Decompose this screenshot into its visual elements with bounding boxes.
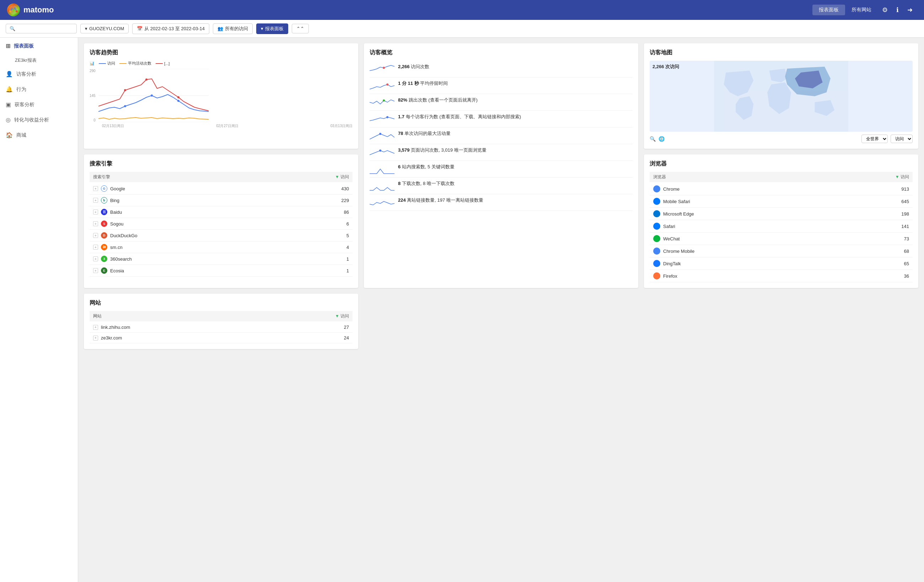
overview-item-maxactions: 78 单次访问的最大活动量 — [370, 127, 633, 144]
legend-avg: 平均活动次数 — [119, 61, 152, 66]
visitor-trend-title: 访客趋势图 — [89, 49, 353, 56]
overview-item-pageviews: 3,579 页面访问次数, 3,019 唯一页面浏览量 — [370, 144, 633, 161]
segment-label: 所有的访问 — [225, 26, 248, 32]
legend-other: [...] — [156, 61, 170, 66]
sidebar-item-dashboard[interactable]: ⊞ 报表面板 — [0, 38, 78, 54]
sidebar-item-shop[interactable]: 🏠 商城 — [0, 127, 78, 143]
visits-number: 2,266 — [398, 64, 410, 69]
search-row-expand[interactable]: + — [93, 209, 98, 214]
search-row-expand[interactable]: + — [93, 198, 98, 203]
sidebar-conversion-label: 转化与收益分析 — [14, 117, 49, 123]
browser-name: Microsoft Edge — [663, 211, 694, 217]
browser-svg-icon — [653, 185, 660, 192]
sidebar-item-behavior[interactable]: 🔔 行为 — [0, 82, 78, 97]
website-col-label: 网站 — [93, 313, 102, 319]
search-row-expand[interactable]: + — [93, 221, 98, 226]
search-row-left: + 百 Baidu — [93, 209, 122, 215]
visitor-overview-card: 访客概览 2,266 访问次数 1 分 11 秒 — [364, 43, 638, 288]
main-layout: ⊞ 报表面板 ZE3kr报表 👤 访客分析 🔔 行为 ▣ 获客分析 ◎ 转化与收… — [0, 38, 924, 582]
website-table-header: 网站 ▼ 访问 — [89, 311, 353, 321]
browser-name: Chrome Mobile — [663, 248, 695, 254]
search-engine-icon: S — [101, 220, 107, 227]
search-engine-name: Bing — [110, 198, 119, 203]
search-row-expand[interactable]: + — [93, 245, 98, 250]
browser-name: Chrome — [663, 186, 680, 192]
legend-other-label: [...] — [164, 61, 170, 66]
x-axis: 02月13日周日 02月27日周日 03月13日周日 — [89, 123, 353, 128]
search-input[interactable]: 🔍 — [6, 24, 77, 33]
website-name: link.zhihu.com — [101, 325, 130, 330]
search-engine-icon: 3 — [101, 256, 107, 262]
search-row-expand[interactable]: + — [93, 268, 98, 273]
site-selector[interactable]: ▾ GUOZEYU.COM — [80, 24, 129, 33]
search-number: 6 — [398, 164, 401, 169]
map-controls: 🔍 🌐 全世界 访问 — [650, 135, 912, 143]
sidebar-item-acquisition[interactable]: ▣ 获客分析 — [0, 97, 78, 112]
search-row-expand[interactable]: + — [93, 256, 98, 261]
search-row-left: + G Google — [93, 185, 125, 192]
search-row-left: + D DuckDuckGo — [93, 232, 137, 238]
logo-icon — [7, 3, 20, 16]
website-card: 网站 网站 ▼ 访问 + link.zhihu.com 27 + ze3kr.c… — [84, 294, 358, 349]
sparkline-dot — [383, 67, 385, 69]
collapse-button[interactable]: ⌃⌃ — [292, 24, 309, 33]
globe-icon[interactable]: 🌐 — [658, 136, 665, 142]
search-engine-name: Baidu — [110, 209, 122, 215]
browser-icon — [653, 272, 660, 279]
search-row-expand[interactable]: + — [93, 233, 98, 238]
shop-icon: 🏠 — [6, 132, 13, 138]
filter-icon: ▼ — [335, 174, 339, 179]
search-row-expand[interactable]: + — [93, 186, 98, 191]
maxactions-number: 78 — [398, 131, 403, 136]
overview-item-actions: 1.7 每个访客行为数 (查看页面、下载、离站链接和内部搜索) — [370, 111, 633, 127]
website-row-expand[interactable]: + — [93, 325, 98, 330]
sidebar-item-visitor[interactable]: 👤 访客分析 — [0, 66, 78, 82]
svg-point-15 — [655, 224, 658, 228]
sidebar-visitor-label: 访客分析 — [16, 71, 36, 77]
browser-value: 645 — [901, 199, 909, 204]
sparkline-dot5 — [379, 133, 381, 135]
nav-all-sites[interactable]: 所有网站 — [845, 5, 878, 15]
dot-3 — [177, 100, 180, 102]
toolbar: 🔍 ▾ GUOZEYU.COM 📅 从 2022-02-13 至 2022-03… — [0, 20, 924, 38]
dashboard-button[interactable]: ▾ 报表面板 — [256, 23, 288, 34]
browser-svg-icon — [653, 272, 660, 279]
search-row-left: + 神 sm.cn — [93, 244, 123, 250]
browser-svg-icon — [653, 198, 660, 205]
search-row-left: + E Ecosia — [93, 267, 124, 274]
zoom-icon[interactable]: 🔍 — [650, 136, 656, 142]
overview-value-maxactions: 78 单次访问的最大活动量 — [398, 130, 450, 137]
metric-select[interactable]: 访问 — [891, 135, 912, 143]
chart-icon: 📊 — [89, 61, 94, 66]
settings-icon[interactable]: ⚙ — [878, 4, 892, 16]
legend-other-dot — [156, 63, 163, 64]
browser-value: 36 — [904, 273, 909, 279]
website-row-left: + ze3kr.com — [93, 335, 122, 340]
browser-row-left: DingTalk — [653, 260, 681, 267]
search-engine-value: 229 — [341, 198, 349, 203]
sidebar-item-conversion[interactable]: ◎ 转化与收益分析 — [0, 112, 78, 127]
segment-selector[interactable]: 👥 所有的访问 — [213, 23, 252, 34]
logout-icon[interactable]: ➜ — [903, 4, 917, 16]
region-select[interactable]: 全世界 — [861, 135, 888, 143]
y-label-top: 290 — [89, 69, 96, 73]
browser-row-left: WeChat — [653, 235, 680, 242]
website-row-expand[interactable]: + — [93, 335, 98, 340]
nav-dashboard[interactable]: 报表面板 — [812, 5, 845, 15]
sidebar-sub-ze3kr[interactable]: ZE3kr报表 — [0, 54, 78, 66]
search-engine-row: + b Bing 229 — [89, 195, 353, 206]
website-row: + ze3kr.com 24 — [89, 333, 353, 344]
outlinks-number: 224 — [398, 197, 406, 203]
map-selectors: 全世界 访问 — [861, 135, 912, 143]
date-range-picker[interactable]: 📅 从 2022-02-13 至 2022-03-14 — [132, 23, 210, 34]
browser-rows: Chrome 913 Mobile Safari 645 — [650, 183, 912, 282]
search-engine-value: 1 — [346, 256, 349, 262]
search-engine-value: 4 — [346, 245, 349, 250]
overview-value-search: 6 站内搜索数, 5 关键词数量 — [398, 164, 455, 170]
browser-value: 141 — [901, 224, 909, 229]
dropdown-icon2: ▾ — [261, 26, 263, 31]
visitor-map-card: 访客地图 2,266 次访问 — [644, 43, 918, 149]
collapse-icon: ⌃⌃ — [296, 26, 304, 31]
search-engine-icon: G — [101, 185, 107, 192]
info-icon[interactable]: ℹ — [892, 4, 903, 16]
